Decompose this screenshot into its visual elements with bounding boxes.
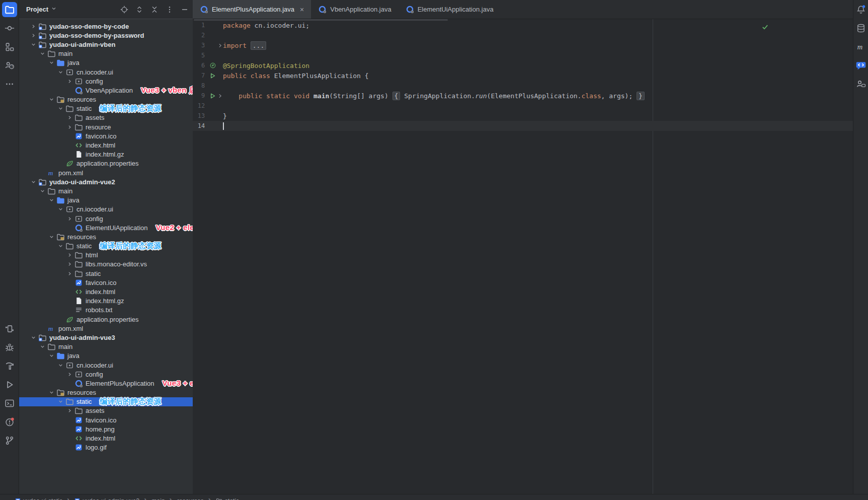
maven-icon[interactable]: m — [854, 40, 867, 53]
notifications-icon[interactable] — [854, 3, 867, 16]
code-line[interactable]: 1package cn.iocoder.ui; — [193, 20, 853, 30]
chevron-down-icon[interactable] — [47, 59, 56, 66]
tree-row[interactable]: java — [19, 351, 193, 361]
options-icon[interactable] — [166, 6, 174, 14]
project-folder-icon[interactable] — [2, 2, 17, 17]
tree-row[interactable]: config — [19, 370, 193, 379]
hide-icon[interactable] — [181, 6, 189, 14]
tree-row[interactable]: cn.iocoder.ui — [19, 361, 193, 370]
tree-row[interactable]: static编译后的静态资源 — [19, 104, 193, 113]
breadcrumb-item[interactable]: static — [216, 497, 239, 500]
tree-row[interactable]: config — [19, 214, 193, 223]
fold-arrow-icon[interactable] — [217, 43, 223, 48]
tree-row[interactable]: resources — [19, 95, 193, 104]
tree-row[interactable]: yudao-sso-demo-by-code — [19, 22, 193, 31]
tree-row[interactable]: index.html — [19, 287, 193, 296]
chevron-right-icon[interactable] — [65, 124, 74, 130]
tree-row[interactable]: main — [19, 186, 193, 195]
code-editor[interactable]: 1package cn.iocoder.ui;23import ...56@Sp… — [193, 19, 853, 500]
chevron-down-icon[interactable] — [47, 352, 56, 359]
problems-icon[interactable] — [2, 414, 17, 430]
build-icon[interactable] — [2, 359, 17, 374]
chevron-right-icon[interactable] — [65, 371, 74, 378]
spring-bean-icon[interactable] — [208, 62, 217, 69]
ai-assistant-icon[interactable] — [854, 59, 867, 72]
chevron-down-icon[interactable] — [47, 197, 56, 203]
code-line[interactable]: 3import ... — [193, 40, 853, 50]
chevron-down-icon[interactable] — [47, 389, 56, 396]
run-gutter-icon[interactable] — [208, 93, 217, 99]
code-line[interactable]: 7public class ElementPlusApplication { — [193, 70, 853, 81]
chevron-down-icon[interactable] — [38, 343, 47, 350]
breadcrumb-item[interactable]: main — [152, 497, 165, 500]
tree-row[interactable]: mpom.xml — [19, 324, 193, 333]
code-with-me-icon[interactable] — [854, 78, 867, 91]
tree-row[interactable]: yudao-sso-demo-by-password — [19, 31, 193, 40]
breadcrumb-item[interactable]: yudao-ui-static — [15, 497, 62, 500]
code-line[interactable]: 12 — [193, 101, 853, 111]
tree-row[interactable]: libs.monaco-editor.vs — [19, 260, 193, 269]
chevron-down-icon[interactable] — [56, 206, 65, 212]
locate-icon[interactable] — [120, 6, 128, 14]
chevron-right-icon[interactable] — [29, 32, 38, 39]
tree-row[interactable]: yudao-ui-admin-vben — [19, 40, 193, 49]
tree-row[interactable]: application.properties — [19, 315, 193, 324]
services-icon[interactable] — [2, 321, 17, 336]
run-gutter-icon[interactable] — [208, 73, 217, 79]
chevron-right-icon[interactable] — [65, 216, 74, 222]
chevron-right-icon[interactable] — [65, 114, 74, 121]
chevron-right-icon[interactable] — [65, 261, 74, 267]
chevron-down-icon[interactable] — [47, 234, 56, 240]
code-line[interactable]: 6@SpringBootApplication — [193, 60, 853, 70]
editor-tab[interactable]: ElementUiApplication.java — [399, 0, 501, 19]
code-line[interactable]: 8 — [193, 81, 853, 91]
chevron-down-icon[interactable] — [56, 398, 65, 405]
chevron-right-icon[interactable] — [65, 78, 74, 85]
tree-row[interactable]: static编译后的静态资源 — [19, 397, 193, 406]
tree-row[interactable]: favicon.ico — [19, 131, 193, 140]
tree-row[interactable]: ElementUiApplicationVue2 + element-ui 启动… — [19, 223, 193, 232]
code-line[interactable]: 9 public static void main(String[] args)… — [193, 91, 853, 101]
tree-row[interactable]: VbenApplicationVue3 + vben 启动类 — [19, 86, 193, 95]
breadcrumb-item[interactable]: resources — [177, 497, 204, 500]
breadcrumb-item[interactable]: yudao-ui-admin-vue3 — [74, 497, 139, 500]
editor-tab[interactable]: VbenApplication.java — [311, 0, 398, 19]
terminal-icon[interactable] — [2, 396, 17, 411]
tree-row[interactable]: home.png — [19, 424, 193, 434]
tree-row[interactable]: cn.iocoder.ui — [19, 67, 193, 77]
tree-row[interactable]: java — [19, 196, 193, 205]
tree-row[interactable]: static — [19, 269, 193, 278]
tree-row[interactable]: resources — [19, 232, 193, 241]
tree-row[interactable]: cn.iocoder.ui — [19, 205, 193, 214]
collapse-all-icon[interactable] — [150, 6, 159, 14]
chevron-right-icon[interactable] — [65, 407, 74, 414]
learn-icon[interactable]: ? — [2, 58, 17, 73]
code-line[interactable]: 5 — [193, 50, 853, 60]
chevron-down-icon[interactable] — [38, 188, 47, 194]
git-icon[interactable] — [2, 433, 17, 448]
chevron-down-icon[interactable] — [29, 179, 38, 185]
tree-row[interactable]: config — [19, 77, 193, 86]
tree-row[interactable]: assets — [19, 113, 193, 122]
tree-row[interactable]: index.html.gz — [19, 297, 193, 306]
fold-arrow-icon[interactable] — [217, 93, 223, 99]
chevron-down-icon[interactable] — [56, 105, 65, 112]
chevron-down-icon[interactable] — [47, 96, 56, 103]
code-line[interactable]: 2 — [193, 30, 853, 40]
expand-all-icon[interactable] — [135, 6, 143, 14]
tree-row[interactable]: main — [19, 342, 193, 351]
database-icon[interactable] — [854, 22, 867, 35]
tree-row[interactable]: yudao-ui-admin-vue3 — [19, 333, 193, 342]
chevron-right-icon[interactable] — [29, 23, 38, 30]
tree-row[interactable]: index.html — [19, 434, 193, 443]
chevron-down-icon[interactable] — [56, 243, 65, 249]
tree-row[interactable]: main — [19, 49, 193, 58]
tree-row[interactable]: ElementPlusApplicationVue3 + element-plu… — [19, 379, 193, 388]
chevron-down-icon[interactable] — [38, 50, 47, 57]
chevron-down-icon[interactable] — [56, 69, 65, 76]
tree-row[interactable]: mpom.xml — [19, 168, 193, 177]
tree-row[interactable]: resources — [19, 388, 193, 397]
debug-icon[interactable] — [2, 340, 17, 355]
tree-row[interactable]: yudao-ui-admin-vue2 — [19, 177, 193, 186]
commit-icon[interactable] — [2, 21, 17, 36]
